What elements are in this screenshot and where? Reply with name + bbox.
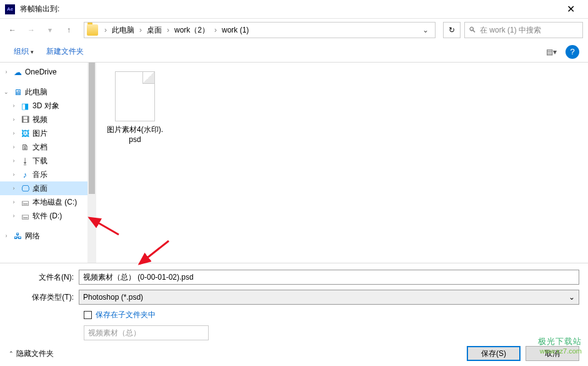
filename-label: 文件名(N): bbox=[9, 272, 79, 283]
chevron-right-icon[interactable]: › bbox=[164, 26, 172, 34]
sidebar-tree[interactable]: ›☁OneDrive ⌄🖥此电脑 ›◨3D 对象 ›🎞视频 ›🖼图片 ›🗎文档 … bbox=[0, 63, 87, 263]
nav-up-icon[interactable]: ↑ bbox=[61, 23, 76, 38]
tree-music[interactable]: ›♪音乐 bbox=[0, 168, 87, 181]
desktop-icon: 🖵 bbox=[20, 183, 30, 193]
breadcrumb[interactable]: › 此电脑 › 桌面 › work（2） › work (1) ⌄ bbox=[84, 22, 436, 38]
search-icon: 🔍︎ bbox=[469, 26, 476, 34]
filename-input[interactable] bbox=[79, 270, 579, 285]
cube-icon: ◨ bbox=[20, 101, 30, 111]
file-icon bbox=[115, 71, 155, 121]
sidebar-scrollbar[interactable] bbox=[87, 63, 96, 263]
breadcrumb-dropdown-icon[interactable]: ⌄ bbox=[419, 26, 432, 34]
onedrive-icon: ☁ bbox=[12, 67, 22, 77]
network-icon: 🖧 bbox=[12, 231, 22, 241]
cancel-button[interactable]: 取消 bbox=[526, 346, 579, 361]
close-button[interactable]: ✕ bbox=[558, 3, 583, 15]
download-icon: ⭳ bbox=[20, 156, 30, 166]
video-icon: 🎞 bbox=[20, 114, 30, 125]
tree-thispc[interactable]: ⌄🖥此电脑 bbox=[0, 85, 87, 99]
savetype-select[interactable]: Photoshop (*.psd) ⌄ bbox=[79, 290, 579, 305]
tree-network[interactable]: ›🖧网络 bbox=[0, 229, 87, 243]
crumb-work2[interactable]: work（2） bbox=[172, 25, 212, 36]
app-icon: Ae bbox=[5, 4, 15, 14]
subfolder-input[interactable]: 视频素材（总） bbox=[84, 325, 209, 340]
tree-videos[interactable]: ›🎞视频 bbox=[0, 113, 87, 126]
chevron-right-icon[interactable]: › bbox=[212, 26, 219, 34]
collapse-icon: ⌃ bbox=[9, 350, 14, 357]
disk-icon: 🖴 bbox=[20, 211, 30, 221]
picture-icon: 🖼 bbox=[20, 128, 30, 138]
tree-downloads[interactable]: ›⭳下载 bbox=[0, 154, 87, 168]
view-mode-button[interactable]: ▤▾ bbox=[543, 45, 559, 59]
hide-folders-toggle[interactable]: ⌃ 隐藏文件夹 bbox=[9, 348, 54, 359]
tree-pictures[interactable]: ›🖼图片 bbox=[0, 126, 87, 140]
organize-button[interactable]: 组织 bbox=[9, 44, 39, 59]
savetype-value: Photoshop (*.psd) bbox=[83, 293, 143, 302]
nav-recent-icon[interactable]: ▾ bbox=[42, 23, 57, 38]
subfolder-checkbox[interactable] bbox=[84, 311, 92, 319]
disk-icon: 🖴 bbox=[20, 197, 30, 207]
file-list[interactable]: 图片素材4(水印).psd bbox=[96, 63, 588, 263]
help-button[interactable]: ? bbox=[566, 45, 579, 59]
search-input[interactable]: 🔍︎ 在 work (1) 中搜索 bbox=[464, 22, 583, 38]
chevron-right-icon[interactable]: › bbox=[137, 26, 144, 34]
tree-diskd[interactable]: ›🖴软件 (D:) bbox=[0, 209, 87, 223]
savetype-label: 保存类型(T): bbox=[9, 292, 79, 303]
tree-3dobjects[interactable]: ›◨3D 对象 bbox=[0, 99, 87, 113]
refresh-button[interactable]: ↻ bbox=[443, 22, 461, 38]
tree-diskc[interactable]: ›🖴本地磁盘 (C:) bbox=[0, 195, 87, 209]
save-button[interactable]: 保存(S) bbox=[467, 346, 521, 361]
search-placeholder: 在 work (1) 中搜索 bbox=[480, 25, 541, 36]
chevron-right-icon[interactable]: › bbox=[102, 26, 109, 34]
file-item[interactable]: 图片素材4(水印).psd bbox=[105, 71, 165, 145]
crumb-desktop[interactable]: 桌面 bbox=[144, 25, 164, 36]
music-icon: ♪ bbox=[20, 170, 30, 180]
window-title: 将帧输出到: bbox=[20, 4, 558, 14]
tree-documents[interactable]: ›🗎文档 bbox=[0, 140, 87, 154]
subfolder-label[interactable]: 保存在子文件夹中 bbox=[96, 310, 156, 320]
chevron-down-icon: ⌄ bbox=[569, 293, 575, 302]
crumb-thispc[interactable]: 此电脑 bbox=[109, 25, 137, 36]
scrollbar-thumb[interactable] bbox=[89, 63, 95, 194]
new-folder-button[interactable]: 新建文件夹 bbox=[41, 44, 89, 59]
tree-desktop[interactable]: ›🖵桌面 bbox=[0, 181, 87, 195]
nav-back-icon[interactable]: ← bbox=[5, 23, 20, 38]
file-label: 图片素材4(水印).psd bbox=[105, 125, 165, 145]
tree-onedrive[interactable]: ›☁OneDrive bbox=[0, 65, 87, 79]
folder-icon bbox=[87, 24, 98, 36]
document-icon: 🗎 bbox=[20, 142, 30, 152]
crumb-work1[interactable]: work (1) bbox=[219, 26, 251, 34]
nav-forward-icon: → bbox=[24, 23, 39, 38]
pc-icon: 🖥 bbox=[12, 87, 22, 97]
